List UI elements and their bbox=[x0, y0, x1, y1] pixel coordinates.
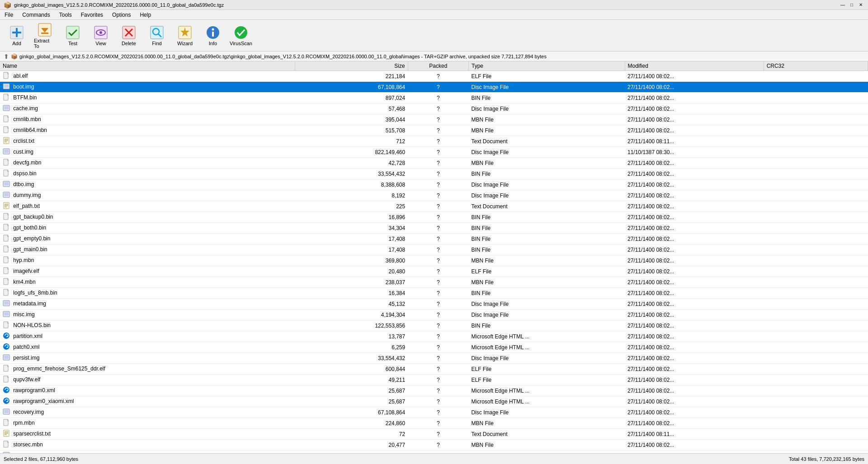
table-row[interactable]: cmnlib64.mbn 515,708 ? MBN File 27/11/14… bbox=[0, 125, 868, 136]
table-row[interactable]: imagefv.elf 20,480 ? ELF File 27/11/1400… bbox=[0, 266, 868, 277]
menu-item-favorites[interactable]: Favorites bbox=[76, 11, 108, 19]
table-row[interactable]: dspso.bin 33,554,432 ? BIN File 27/11/14… bbox=[0, 169, 868, 179]
minimize-button[interactable]: — bbox=[839, 1, 846, 9]
file-icon bbox=[3, 430, 10, 438]
table-row[interactable]: hyp.mbn 369,800 ? MBN File 27/11/1400 08… bbox=[0, 255, 868, 266]
table-row[interactable]: cust.img 822,149,460 ? Disc Image File 1… bbox=[0, 147, 868, 158]
table-row[interactable]: dummy.img 8,192 ? Disc Image File 27/11/… bbox=[0, 190, 868, 201]
cell-type: Disc Image File bbox=[469, 299, 625, 309]
wizard-button[interactable]: Wizard bbox=[172, 22, 198, 49]
file-icon bbox=[3, 83, 10, 91]
table-row[interactable]: BTFM.bin 897,024 ? BIN File 27/11/1400 0… bbox=[0, 93, 868, 103]
cell-packed: ? bbox=[408, 364, 468, 375]
status-right: Total 43 files, 7,720,232,165 bytes bbox=[789, 456, 864, 462]
cell-size: 33,554,432 bbox=[295, 169, 408, 179]
test-button[interactable]: Test bbox=[60, 22, 86, 49]
col-size[interactable]: Size bbox=[295, 61, 408, 71]
col-name[interactable]: Name bbox=[0, 61, 295, 71]
table-row[interactable]: gpt_both0.bin 34,304 ? BIN File 27/11/14… bbox=[0, 223, 868, 234]
col-modified[interactable]: Modified bbox=[625, 61, 764, 71]
table-row[interactable]: gpt_backup0.bin 16,896 ? BIN File 27/11/… bbox=[0, 212, 868, 223]
menu-item-options[interactable]: Options bbox=[108, 11, 135, 19]
svg-point-19 bbox=[212, 28, 214, 30]
cell-size: 6,259 bbox=[295, 342, 408, 353]
cell-type: Text Document bbox=[469, 429, 625, 440]
filelist-container[interactable]: Name Size Packed Type Modified CRC32 abl… bbox=[0, 61, 868, 453]
menu-item-commands[interactable]: Commands bbox=[18, 11, 54, 19]
table-row[interactable]: dtbo.img 8,388,608 ? Disc Image File 27/… bbox=[0, 179, 868, 190]
cell-crc32 bbox=[764, 266, 868, 277]
table-row[interactable]: cmnlib.mbn 395,044 ? MBN File 27/11/1400… bbox=[0, 114, 868, 125]
table-row[interactable]: recovery.img 67,108,864 ? Disc Image Fil… bbox=[0, 407, 868, 418]
cell-type: Disc Image File bbox=[469, 190, 625, 201]
cell-type: MBN File bbox=[469, 114, 625, 125]
cell-packed: ? bbox=[408, 71, 468, 82]
cell-packed: ? bbox=[408, 82, 468, 93]
table-row[interactable]: crclist.txt 712 ? Text Document 27/11/14… bbox=[0, 136, 868, 147]
cell-packed: ? bbox=[408, 299, 468, 309]
table-row[interactable]: sparsecrclist.txt 72 ? Text Document 27/… bbox=[0, 429, 868, 440]
table-row[interactable]: logfs_ufs_8mb.bin 16,384 ? BIN File 27/1… bbox=[0, 288, 868, 299]
table-row[interactable]: misc.img 4,194,304 ? Disc Image File 27/… bbox=[0, 309, 868, 320]
menu-item-tools[interactable]: Tools bbox=[55, 11, 76, 19]
col-type[interactable]: Type bbox=[469, 61, 625, 71]
menu-item-file[interactable]: File bbox=[0, 11, 18, 19]
table-row[interactable]: gpt_empty0.bin 17,408 ? BIN File 27/11/1… bbox=[0, 234, 868, 244]
table-row[interactable]: devcfg.mbn 42,728 ? MBN File 27/11/1400 … bbox=[0, 158, 868, 169]
cell-type: Disc Image File bbox=[469, 353, 625, 364]
table-row[interactable]: rawprogram0.xml 25,687 ? Microsoft Edge … bbox=[0, 385, 868, 396]
cell-packed: ? bbox=[408, 277, 468, 288]
add-button[interactable]: Add bbox=[4, 22, 30, 49]
cell-type: MBN File bbox=[469, 255, 625, 266]
extract-button[interactable]: Extract To bbox=[32, 22, 58, 49]
find-button[interactable]: Find bbox=[144, 22, 170, 49]
view-button[interactable]: View bbox=[88, 22, 114, 49]
cell-crc32 bbox=[764, 212, 868, 223]
table-row[interactable]: rpm.mbn 224,860 ? MBN File 27/11/1400 08… bbox=[0, 418, 868, 429]
col-crc32[interactable]: CRC32 bbox=[764, 61, 868, 71]
cell-name: sparsecrclist.txt bbox=[0, 429, 295, 440]
file-icon bbox=[3, 126, 10, 135]
table-row[interactable]: persist.img 33,554,432 ? Disc Image File… bbox=[0, 353, 868, 364]
cell-packed: ? bbox=[408, 158, 468, 169]
file-icon bbox=[3, 289, 10, 297]
cell-type: BIN File bbox=[469, 223, 625, 234]
table-row[interactable]: cache.img 57,468 ? Disc Image File 27/11… bbox=[0, 103, 868, 114]
cell-modified: 27/11/1400 08:02... bbox=[625, 223, 764, 234]
table-row[interactable]: qupv3fw.elf 49,211 ? ELF File 27/11/1400… bbox=[0, 375, 868, 385]
table-row[interactable]: km4.mbn 238,037 ? MBN File 27/11/1400 08… bbox=[0, 277, 868, 288]
info-button[interactable]: Info bbox=[200, 22, 226, 49]
cell-crc32 bbox=[764, 385, 868, 396]
cell-name: prog_emmc_firehose_Sm6125_ddr.elf bbox=[0, 364, 295, 375]
cell-crc32 bbox=[764, 299, 868, 309]
file-icon bbox=[3, 278, 10, 286]
table-row[interactable]: storsec.mbn 20,477 ? MBN File 27/11/1400… bbox=[0, 440, 868, 450]
table-row[interactable]: gpt_main0.bin 17,408 ? BIN File 27/11/14… bbox=[0, 244, 868, 255]
table-row[interactable]: metadata.img 45,132 ? Disc Image File 27… bbox=[0, 299, 868, 309]
delete-button[interactable]: Delete bbox=[116, 22, 142, 49]
table-row[interactable]: NON-HLOS.bin 122,553,856 ? BIN File 27/1… bbox=[0, 320, 868, 331]
maximize-button[interactable]: □ bbox=[848, 1, 855, 9]
table-row[interactable]: system.img 4,102,640,856 ? Disc Image Fi… bbox=[0, 450, 868, 454]
table-row[interactable]: prog_emmc_firehose_Sm6125_ddr.elf 600,84… bbox=[0, 364, 868, 375]
cell-size: 8,388,608 bbox=[295, 179, 408, 190]
menu-item-help[interactable]: Help bbox=[135, 11, 156, 19]
cell-type: BIN File bbox=[469, 234, 625, 244]
svg-rect-45 bbox=[4, 182, 9, 185]
close-button[interactable]: ✕ bbox=[857, 1, 864, 9]
col-packed[interactable]: Packed bbox=[408, 61, 468, 71]
file-icon bbox=[3, 267, 10, 276]
cell-type: BIN File bbox=[469, 288, 625, 299]
file-icon bbox=[3, 213, 10, 221]
table-row[interactable]: abl.elf 221,184 ? ELF File 27/11/1400 08… bbox=[0, 71, 868, 82]
table-row[interactable]: partition.xml 13,787 ? Microsoft Edge HT… bbox=[0, 331, 868, 342]
virusscan-button[interactable]: VirusScan bbox=[228, 22, 254, 49]
table-row[interactable]: patch0.xml 6,259 ? Microsoft Edge HTML .… bbox=[0, 342, 868, 353]
table-row[interactable]: elf_path.txt 225 ? Text Document 27/11/1… bbox=[0, 201, 868, 212]
cell-modified: 27/11/1400 08:02... bbox=[625, 320, 764, 331]
cell-type: MBN File bbox=[469, 418, 625, 429]
table-row[interactable]: rawprogram0_xiaomi.xml 25,687 ? Microsof… bbox=[0, 396, 868, 407]
cell-type: MBN File bbox=[469, 125, 625, 136]
cell-modified: 27/11/1400 08:02... bbox=[625, 201, 764, 212]
table-row[interactable]: boot.img 67,108,864 ? Disc Image File 27… bbox=[0, 82, 868, 93]
